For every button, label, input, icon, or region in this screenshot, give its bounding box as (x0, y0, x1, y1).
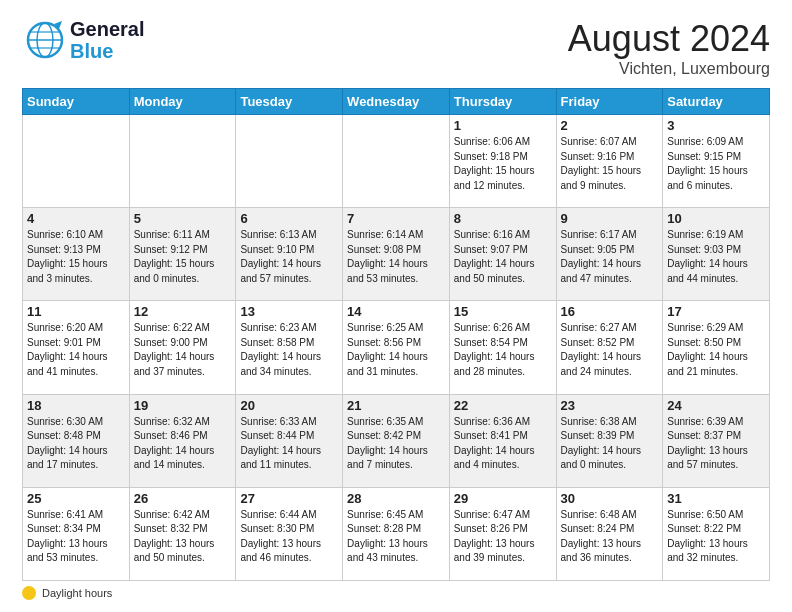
day-number: 2 (561, 118, 659, 133)
calendar-cell: 8Sunrise: 6:16 AM Sunset: 9:07 PM Daylig… (449, 208, 556, 301)
calendar-cell: 23Sunrise: 6:38 AM Sunset: 8:39 PM Dayli… (556, 394, 663, 487)
day-number: 26 (134, 491, 232, 506)
calendar-cell: 9Sunrise: 6:17 AM Sunset: 9:05 PM Daylig… (556, 208, 663, 301)
day-info: Sunrise: 6:44 AM Sunset: 8:30 PM Dayligh… (240, 508, 338, 566)
day-info: Sunrise: 6:38 AM Sunset: 8:39 PM Dayligh… (561, 415, 659, 473)
calendar-cell: 12Sunrise: 6:22 AM Sunset: 9:00 PM Dayli… (129, 301, 236, 394)
day-info: Sunrise: 6:26 AM Sunset: 8:54 PM Dayligh… (454, 321, 552, 379)
day-number: 5 (134, 211, 232, 226)
calendar-cell: 11Sunrise: 6:20 AM Sunset: 9:01 PM Dayli… (23, 301, 130, 394)
calendar-cell: 18Sunrise: 6:30 AM Sunset: 8:48 PM Dayli… (23, 394, 130, 487)
day-info: Sunrise: 6:14 AM Sunset: 9:08 PM Dayligh… (347, 228, 445, 286)
calendar-cell (236, 115, 343, 208)
calendar-cell: 3Sunrise: 6:09 AM Sunset: 9:15 PM Daylig… (663, 115, 770, 208)
day-info: Sunrise: 6:45 AM Sunset: 8:28 PM Dayligh… (347, 508, 445, 566)
logo-general: General (70, 18, 144, 40)
day-info: Sunrise: 6:13 AM Sunset: 9:10 PM Dayligh… (240, 228, 338, 286)
day-info: Sunrise: 6:09 AM Sunset: 9:15 PM Dayligh… (667, 135, 765, 193)
day-number: 11 (27, 304, 125, 319)
calendar-cell: 5Sunrise: 6:11 AM Sunset: 9:12 PM Daylig… (129, 208, 236, 301)
calendar-week-1: 4Sunrise: 6:10 AM Sunset: 9:13 PM Daylig… (23, 208, 770, 301)
header-wednesday: Wednesday (343, 89, 450, 115)
day-number: 27 (240, 491, 338, 506)
day-info: Sunrise: 6:42 AM Sunset: 8:32 PM Dayligh… (134, 508, 232, 566)
calendar-cell: 19Sunrise: 6:32 AM Sunset: 8:46 PM Dayli… (129, 394, 236, 487)
calendar-cell: 7Sunrise: 6:14 AM Sunset: 9:08 PM Daylig… (343, 208, 450, 301)
calendar-cell: 2Sunrise: 6:07 AM Sunset: 9:16 PM Daylig… (556, 115, 663, 208)
calendar-cell: 25Sunrise: 6:41 AM Sunset: 8:34 PM Dayli… (23, 487, 130, 580)
day-info: Sunrise: 6:36 AM Sunset: 8:41 PM Dayligh… (454, 415, 552, 473)
header-tuesday: Tuesday (236, 89, 343, 115)
calendar-cell: 15Sunrise: 6:26 AM Sunset: 8:54 PM Dayli… (449, 301, 556, 394)
calendar-cell: 21Sunrise: 6:35 AM Sunset: 8:42 PM Dayli… (343, 394, 450, 487)
calendar-cell: 29Sunrise: 6:47 AM Sunset: 8:26 PM Dayli… (449, 487, 556, 580)
day-number: 19 (134, 398, 232, 413)
day-number: 14 (347, 304, 445, 319)
day-info: Sunrise: 6:32 AM Sunset: 8:46 PM Dayligh… (134, 415, 232, 473)
day-number: 29 (454, 491, 552, 506)
day-info: Sunrise: 6:47 AM Sunset: 8:26 PM Dayligh… (454, 508, 552, 566)
day-number: 13 (240, 304, 338, 319)
day-number: 31 (667, 491, 765, 506)
calendar-cell: 16Sunrise: 6:27 AM Sunset: 8:52 PM Dayli… (556, 301, 663, 394)
calendar-cell: 24Sunrise: 6:39 AM Sunset: 8:37 PM Dayli… (663, 394, 770, 487)
day-number: 8 (454, 211, 552, 226)
calendar-table: Sunday Monday Tuesday Wednesday Thursday… (22, 88, 770, 581)
day-number: 20 (240, 398, 338, 413)
day-info: Sunrise: 6:39 AM Sunset: 8:37 PM Dayligh… (667, 415, 765, 473)
title-area: August 2024 Vichten, Luxembourg (568, 18, 770, 78)
header-sunday: Sunday (23, 89, 130, 115)
day-info: Sunrise: 6:29 AM Sunset: 8:50 PM Dayligh… (667, 321, 765, 379)
day-info: Sunrise: 6:50 AM Sunset: 8:22 PM Dayligh… (667, 508, 765, 566)
header-friday: Friday (556, 89, 663, 115)
day-info: Sunrise: 6:11 AM Sunset: 9:12 PM Dayligh… (134, 228, 232, 286)
calendar-cell: 17Sunrise: 6:29 AM Sunset: 8:50 PM Dayli… (663, 301, 770, 394)
calendar-cell: 27Sunrise: 6:44 AM Sunset: 8:30 PM Dayli… (236, 487, 343, 580)
day-number: 21 (347, 398, 445, 413)
day-info: Sunrise: 6:10 AM Sunset: 9:13 PM Dayligh… (27, 228, 125, 286)
calendar-cell: 1Sunrise: 6:06 AM Sunset: 9:18 PM Daylig… (449, 115, 556, 208)
day-info: Sunrise: 6:48 AM Sunset: 8:24 PM Dayligh… (561, 508, 659, 566)
day-number: 12 (134, 304, 232, 319)
day-number: 24 (667, 398, 765, 413)
day-number: 7 (347, 211, 445, 226)
day-number: 28 (347, 491, 445, 506)
day-number: 3 (667, 118, 765, 133)
calendar-cell: 28Sunrise: 6:45 AM Sunset: 8:28 PM Dayli… (343, 487, 450, 580)
globe-icon (22, 19, 68, 61)
calendar-body: 1Sunrise: 6:06 AM Sunset: 9:18 PM Daylig… (23, 115, 770, 581)
day-info: Sunrise: 6:25 AM Sunset: 8:56 PM Dayligh… (347, 321, 445, 379)
calendar-cell: 26Sunrise: 6:42 AM Sunset: 8:32 PM Dayli… (129, 487, 236, 580)
day-number: 10 (667, 211, 765, 226)
calendar-cell (23, 115, 130, 208)
day-info: Sunrise: 6:35 AM Sunset: 8:42 PM Dayligh… (347, 415, 445, 473)
page: General Blue August 2024 Vichten, Luxemb… (0, 0, 792, 612)
day-info: Sunrise: 6:07 AM Sunset: 9:16 PM Dayligh… (561, 135, 659, 193)
day-info: Sunrise: 6:16 AM Sunset: 9:07 PM Dayligh… (454, 228, 552, 286)
calendar-cell: 20Sunrise: 6:33 AM Sunset: 8:44 PM Dayli… (236, 394, 343, 487)
day-info: Sunrise: 6:19 AM Sunset: 9:03 PM Dayligh… (667, 228, 765, 286)
header-thursday: Thursday (449, 89, 556, 115)
calendar-cell (343, 115, 450, 208)
calendar-week-0: 1Sunrise: 6:06 AM Sunset: 9:18 PM Daylig… (23, 115, 770, 208)
day-number: 22 (454, 398, 552, 413)
day-number: 15 (454, 304, 552, 319)
calendar-cell: 22Sunrise: 6:36 AM Sunset: 8:41 PM Dayli… (449, 394, 556, 487)
day-info: Sunrise: 6:27 AM Sunset: 8:52 PM Dayligh… (561, 321, 659, 379)
sun-icon (22, 586, 36, 600)
day-info: Sunrise: 6:22 AM Sunset: 9:00 PM Dayligh… (134, 321, 232, 379)
day-number: 6 (240, 211, 338, 226)
day-info: Sunrise: 6:33 AM Sunset: 8:44 PM Dayligh… (240, 415, 338, 473)
day-number: 18 (27, 398, 125, 413)
day-info: Sunrise: 6:23 AM Sunset: 8:58 PM Dayligh… (240, 321, 338, 379)
location: Vichten, Luxembourg (568, 60, 770, 78)
calendar-cell: 10Sunrise: 6:19 AM Sunset: 9:03 PM Dayli… (663, 208, 770, 301)
day-number: 1 (454, 118, 552, 133)
calendar-week-4: 25Sunrise: 6:41 AM Sunset: 8:34 PM Dayli… (23, 487, 770, 580)
calendar-cell: 31Sunrise: 6:50 AM Sunset: 8:22 PM Dayli… (663, 487, 770, 580)
header-saturday: Saturday (663, 89, 770, 115)
day-info: Sunrise: 6:17 AM Sunset: 9:05 PM Dayligh… (561, 228, 659, 286)
calendar-cell: 4Sunrise: 6:10 AM Sunset: 9:13 PM Daylig… (23, 208, 130, 301)
calendar-cell: 14Sunrise: 6:25 AM Sunset: 8:56 PM Dayli… (343, 301, 450, 394)
day-number: 23 (561, 398, 659, 413)
